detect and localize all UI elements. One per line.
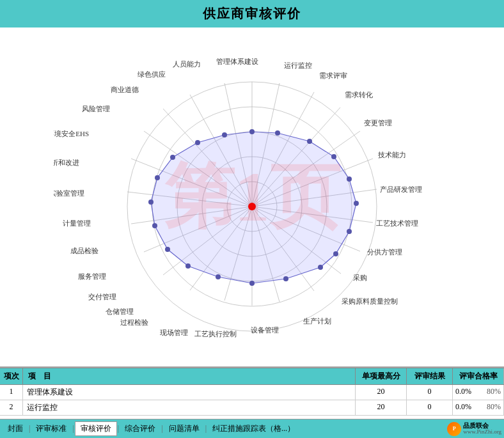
svg-point-33 (331, 154, 336, 159)
svg-text:采购: 采购 (353, 274, 367, 281)
threshold-value-1: 80% (487, 387, 501, 398)
svg-point-32 (307, 139, 312, 144)
th-project: 项 目 (23, 368, 356, 384)
svg-point-40 (249, 281, 255, 286)
td-passrate-2: 0.0% 80% (453, 400, 504, 415)
page-title: 供应商审核评价 (0, 0, 504, 27)
tab-issues[interactable]: 问题清单 (164, 422, 205, 435)
tab-audit-eval[interactable]: 审核评价 (75, 421, 117, 436)
td-idx-1: 1 (0, 385, 23, 400)
th-idx: 项次 (0, 368, 23, 384)
threshold-value-2: 80% (487, 402, 501, 413)
table-header: 项次 项 目 单项最高分 评审结果 评审合格率 (0, 368, 504, 385)
svg-text:人员能力: 人员能力 (173, 60, 201, 68)
tab-review-standard[interactable]: 评审标准 (31, 422, 72, 435)
td-project-2: 运行监控 (23, 400, 356, 415)
td-passrate-1: 0.0% 80% (453, 385, 504, 400)
tab-cover[interactable]: 封面 (3, 422, 28, 435)
svg-point-48 (195, 140, 200, 145)
svg-text:过程检验: 过程检验 (120, 318, 148, 326)
svg-point-38 (318, 265, 323, 270)
svg-point-43 (165, 247, 170, 252)
svg-point-45 (148, 199, 154, 205)
svg-point-46 (155, 175, 160, 180)
table-row: 1 管理体系建设 20 0 0.0% 80% (0, 385, 504, 400)
table-row: 2 运行监控 20 0 0.0% 80% (0, 400, 504, 416)
svg-point-30 (249, 129, 255, 134)
logo-icon: P (447, 422, 461, 436)
svg-point-47 (170, 155, 175, 160)
svg-text:需求转化: 需求转化 (345, 91, 373, 98)
app-container: 供应商审核评价 第1页 .radar-axis { stroke: #bbb; … (0, 0, 504, 438)
th-maxscore: 单项最高分 (356, 368, 407, 384)
svg-point-42 (185, 263, 191, 269)
svg-point-36 (347, 229, 352, 234)
passrate-value-2: 0.0% (455, 402, 471, 413)
svg-text:环境安全EHS: 环境安全EHS (54, 130, 89, 137)
svg-text:绿色供应: 绿色供应 (138, 70, 166, 78)
svg-text:数据分析和改进: 数据分析和改进 (54, 159, 79, 166)
svg-point-41 (216, 274, 221, 279)
tab-corrective[interactable]: 纠正措施跟踪表（格...） (207, 422, 300, 435)
svg-text:需求评审: 需求评审 (319, 72, 347, 79)
svg-text:成品检验: 成品检验 (70, 247, 98, 254)
td-maxscore-2: 20 (356, 400, 407, 415)
svg-text:现场管理: 现场管理 (160, 329, 188, 336)
table-section: 项次 项 目 单项最高分 评审结果 评审合格率 1 管理体系建设 20 0 0.… (0, 366, 504, 416)
svg-point-35 (354, 201, 359, 206)
td-maxscore-1: 20 (356, 385, 407, 400)
svg-text:采购原料质量控制: 采购原料质量控制 (342, 297, 398, 305)
svg-text:分供方管理: 分供方管理 (367, 248, 402, 256)
radar-section: 第1页 .radar-axis { stroke: #bbb; stroke-w… (0, 27, 504, 366)
svg-text:工艺技术管理: 工艺技术管理 (376, 219, 418, 227)
svg-text:交付管理: 交付管理 (88, 293, 116, 301)
svg-point-39 (283, 276, 288, 281)
logo-text: 品质联会 www.PinZhi.org (463, 422, 501, 435)
svg-text:仓储管理: 仓储管理 (106, 308, 134, 315)
passrate-value-1: 0.0% (455, 387, 471, 398)
footer-tabs: 封面 | 评审标准 | 审核评价 | 综合评价 | 问题清单 | 纠正措施跟踪表… (0, 419, 504, 438)
svg-text:实验室管理: 实验室管理 (54, 189, 84, 197)
tab-comprehensive-eval[interactable]: 综合评价 (120, 422, 161, 435)
svg-text:运行监控: 运行监控 (284, 61, 312, 69)
td-result-2: 0 (407, 400, 453, 415)
th-passrate: 评审合格率 (453, 368, 504, 384)
svg-point-37 (333, 251, 338, 256)
radar-chart: .radar-axis { stroke: #bbb; stroke-width… (54, 31, 450, 363)
svg-text:管理体系建设: 管理体系建设 (216, 58, 258, 65)
svg-point-31 (275, 130, 280, 136)
svg-text:产品研发管理: 产品研发管理 (380, 185, 422, 193)
td-result-1: 0 (407, 385, 453, 400)
svg-text:技术能力: 技术能力 (377, 151, 406, 159)
svg-point-34 (347, 176, 352, 182)
footer-logo: P 品质联会 www.PinZhi.org (447, 422, 501, 436)
svg-point-44 (152, 223, 157, 228)
svg-text:设备管理: 设备管理 (251, 326, 279, 334)
td-project-1: 管理体系建设 (23, 385, 356, 400)
svg-text:服务管理: 服务管理 (78, 272, 106, 280)
svg-text:风险管理: 风险管理 (82, 105, 110, 113)
td-idx-2: 2 (0, 400, 23, 415)
svg-point-49 (222, 132, 227, 137)
svg-point-50 (248, 203, 256, 210)
th-result: 评审结果 (407, 368, 453, 384)
svg-text:工艺执行控制: 工艺执行控制 (194, 330, 237, 338)
svg-text:商业道德: 商业道德 (111, 86, 139, 93)
svg-text:变更管理: 变更管理 (364, 119, 392, 127)
svg-text:生产计划: 生产计划 (303, 317, 331, 325)
svg-text:计量管理: 计量管理 (63, 219, 91, 227)
